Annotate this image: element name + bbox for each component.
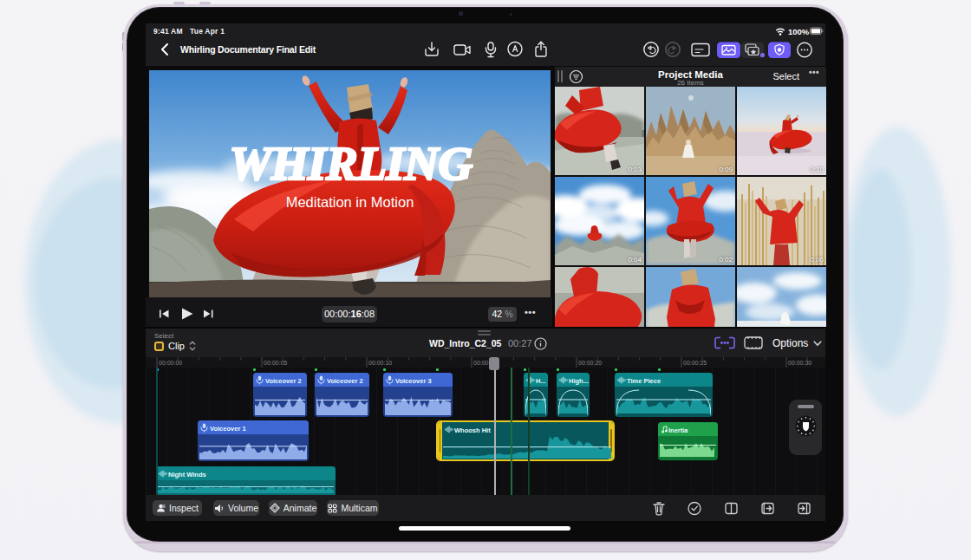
svg-text:00:00:05: 00:00:05 [264,360,287,366]
svg-text:00:00:30: 00:00:30 [788,360,811,366]
svg-text:100%: 100% [788,27,810,36]
svg-text:00:00:00: 00:00:00 [159,360,182,366]
svg-text:00:00:20: 00:00:20 [578,360,602,366]
svg-text:00:00:10: 00:00:10 [368,360,392,366]
svg-text:00:00:25: 00:00:25 [683,360,707,366]
